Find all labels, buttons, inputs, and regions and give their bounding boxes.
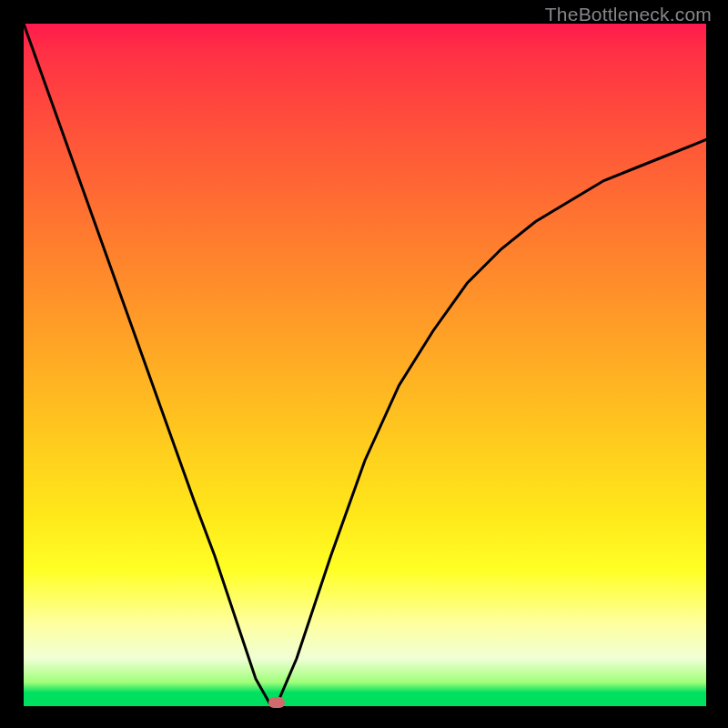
watermark-text: TheBottleneck.com [545,4,712,25]
optimal-point-marker [268,697,285,708]
bottleneck-curve [24,24,706,706]
chart-area [24,24,706,706]
